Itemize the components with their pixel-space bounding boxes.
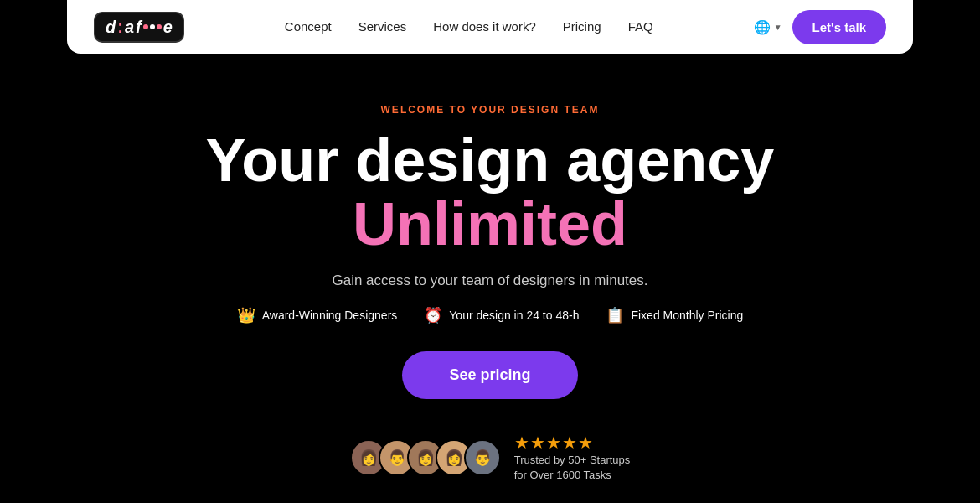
hero-section: WELCOME TO YOUR DESIGN TEAM Your design … [0, 54, 980, 503]
navbar: d : a f e Concept Services How does it w… [67, 0, 913, 54]
nav-link-pricing[interactable]: Pricing [563, 19, 601, 34]
feature-time: ⏰ Your design in 24 to 48-h [424, 306, 579, 324]
hero-title: Your design agency Unlimited [17, 129, 963, 256]
chevron-down-icon: ▼ [774, 23, 782, 32]
pricing-icon: 📋 [606, 306, 624, 324]
feature-pricing-label: Fixed Monthly Pricing [631, 309, 743, 322]
award-icon: 👑 [237, 306, 255, 324]
nav-link-faq[interactable]: FAQ [628, 19, 653, 34]
feature-award-label: Award-Winning Designers [262, 309, 398, 322]
nav-right: 🌐 ▼ Let's talk [754, 10, 886, 44]
hero-title-line2: Unlimited [17, 193, 963, 257]
social-text: ★★★★★ Trusted by 50+ Startups for Over 1… [514, 433, 631, 483]
feature-award: 👑 Award-Winning Designers [237, 306, 398, 324]
feature-pricing: 📋 Fixed Monthly Pricing [606, 306, 743, 324]
language-selector[interactable]: 🌐 ▼ [754, 19, 782, 35]
feature-time-label: Your design in 24 to 48-h [449, 309, 579, 322]
nav-link-concept[interactable]: Concept [285, 19, 332, 34]
nav-link-services[interactable]: Services [358, 19, 407, 34]
clock-icon: ⏰ [424, 306, 442, 324]
see-pricing-button[interactable]: See pricing [402, 351, 577, 399]
hero-welcome-text: WELCOME TO YOUR DESIGN TEAM [17, 104, 963, 116]
hero-subtitle: Gain access to your team of designers in… [17, 272, 963, 289]
nav-links: Concept Services How does it work? Prici… [285, 19, 653, 34]
avatar-group: 👩 👨 👩 👩 👨 [350, 439, 501, 476]
lets-talk-button[interactable]: Let's talk [792, 10, 886, 44]
trusted-text: Trusted by 50+ Startups for Over 1600 Ta… [514, 453, 631, 483]
avatar: 👨 [464, 439, 501, 476]
hero-features: 👑 Award-Winning Designers ⏰ Your design … [17, 306, 963, 324]
nav-link-how[interactable]: How does it work? [433, 19, 536, 34]
hero-title-line1: Your design agency [206, 127, 775, 194]
star-rating: ★★★★★ [514, 433, 631, 453]
logo[interactable]: d : a f e [94, 12, 184, 43]
social-proof: 👩 👨 👩 👩 👨 ★★★★★ Trusted by 50+ Startups … [17, 433, 963, 483]
globe-icon: 🌐 [754, 19, 771, 35]
